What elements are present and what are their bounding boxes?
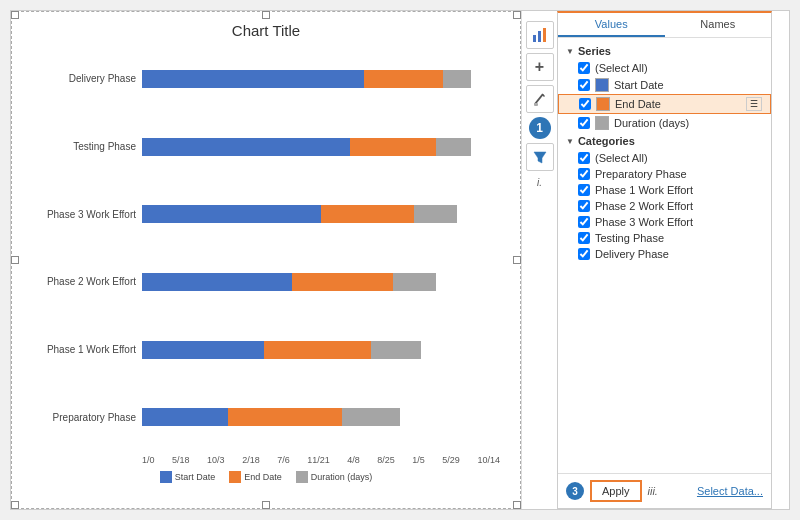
svg-rect-5 (534, 103, 538, 106)
x-axis-label: 4/8 (347, 455, 360, 465)
category-checkbox[interactable] (578, 232, 590, 244)
category-filter-item[interactable]: Phase 3 Work Effort (558, 214, 771, 230)
bar-segment-orange (228, 408, 343, 426)
categories-section-header: ▼ Categories (558, 132, 771, 150)
legend-item: End Date (229, 471, 282, 483)
category-checkbox[interactable] (578, 200, 590, 212)
bar-row: Phase 1 Work Effort (32, 316, 500, 384)
filter-panel: Values Names ▼ Series (Select All)Start … (557, 11, 772, 509)
x-axis-label: 1/0 (142, 455, 155, 465)
filter-icon-btn[interactable] (526, 143, 554, 171)
bar-track (142, 138, 500, 156)
series-checkbox[interactable] (579, 98, 591, 110)
corner-handle-ml[interactable] (11, 256, 19, 264)
corner-handle-bm[interactable] (262, 501, 270, 509)
bar-segment-blue (142, 341, 264, 359)
legend-swatch (160, 471, 172, 483)
filter-tabs: Values Names (558, 13, 771, 38)
chart-content: Delivery PhaseTesting PhasePhase 3 Work … (22, 45, 510, 451)
category-filter-item[interactable]: (Select All) (558, 150, 771, 166)
bar-label: Preparatory Phase (32, 412, 142, 423)
plus-icon-btn[interactable]: + (526, 53, 554, 81)
bar-segment-blue (142, 205, 321, 223)
select-data-link[interactable]: Select Data... (697, 485, 763, 497)
category-item-label: Phase 1 Work Effort (595, 184, 693, 196)
bar-track (142, 70, 500, 88)
apply-button[interactable]: Apply (590, 480, 642, 502)
categories-label: Categories (578, 135, 635, 147)
svg-rect-0 (533, 35, 536, 42)
series-filter-item[interactable]: Start Date (558, 76, 771, 94)
x-axis-label: 5/18 (172, 455, 190, 465)
svg-rect-2 (543, 28, 546, 42)
bar-track (142, 408, 500, 426)
chart-icon (532, 27, 548, 43)
category-item-label: Testing Phase (595, 232, 664, 244)
corner-handle-br[interactable] (513, 501, 521, 509)
chart-legend: Start DateEnd DateDuration (days) (22, 471, 510, 483)
brush-icon-btn[interactable] (526, 85, 554, 113)
category-item-label: Phase 3 Work Effort (595, 216, 693, 228)
bar-label: Phase 2 Work Effort (32, 276, 142, 287)
corner-handle-bl[interactable] (11, 501, 19, 509)
series-checkbox[interactable] (578, 79, 590, 91)
series-filter-item[interactable]: (Select All) (558, 60, 771, 76)
bar-label: Phase 1 Work Effort (32, 344, 142, 355)
category-item-label: Preparatory Phase (595, 168, 687, 180)
filter-body: ▼ Series (Select All)Start DateEnd Date☰… (558, 38, 771, 473)
badge-1[interactable]: 1 (529, 117, 551, 139)
category-filter-item[interactable]: Preparatory Phase (558, 166, 771, 182)
corner-handle-tl[interactable] (11, 11, 19, 19)
edit-icon[interactable]: ☰ (746, 97, 762, 111)
category-filter-item[interactable]: Testing Phase (558, 230, 771, 246)
category-filter-item[interactable]: Phase 2 Work Effort (558, 198, 771, 214)
tab-names[interactable]: Names (665, 13, 772, 37)
series-checkbox[interactable] (578, 62, 590, 74)
series-label: Series (578, 45, 611, 57)
category-checkbox[interactable] (578, 152, 590, 164)
bar-segment-blue (142, 138, 350, 156)
series-filter-item[interactable]: End Date☰ (558, 94, 771, 114)
series-filter-item[interactable]: Duration (days) (558, 114, 771, 132)
bar-segment-gray (414, 205, 457, 223)
series-item-label: Duration (days) (614, 117, 689, 129)
category-checkbox[interactable] (578, 168, 590, 180)
bar-track (142, 341, 500, 359)
corner-handle-tr[interactable] (513, 11, 521, 19)
bar-segment-orange (350, 138, 436, 156)
category-filter-item[interactable]: Phase 1 Work Effort (558, 182, 771, 198)
category-item-label: (Select All) (595, 152, 648, 164)
series-item-label: (Select All) (595, 62, 648, 74)
corner-handle-tm[interactable] (262, 11, 270, 19)
series-checkbox[interactable] (578, 117, 590, 129)
chart-icon-btn[interactable] (526, 21, 554, 49)
triangle-icon-2: ▼ (566, 137, 574, 146)
plus-icon: + (535, 58, 544, 76)
category-checkbox[interactable] (578, 184, 590, 196)
filter-icon (533, 150, 547, 164)
badge-3: 3 (566, 482, 584, 500)
legend-item: Duration (days) (296, 471, 373, 483)
series-color-icon (596, 97, 610, 111)
svg-marker-6 (534, 152, 546, 163)
x-axis-label: 7/6 (277, 455, 290, 465)
series-item-label: Start Date (614, 79, 664, 91)
series-color-icon (595, 78, 609, 92)
category-item-label: Phase 2 Work Effort (595, 200, 693, 212)
bar-segment-orange (364, 70, 443, 88)
category-checkbox[interactable] (578, 216, 590, 228)
x-axis-label: 1/5 (412, 455, 425, 465)
category-checkbox[interactable] (578, 248, 590, 260)
bar-row: Phase 3 Work Effort (32, 180, 500, 248)
legend-item: Start Date (160, 471, 216, 483)
icon-panel: + 1 i. (521, 11, 557, 509)
legend-swatch (296, 471, 308, 483)
tab-values[interactable]: Values (558, 13, 665, 37)
bar-segment-gray (371, 341, 421, 359)
bar-row: Phase 2 Work Effort (32, 248, 500, 316)
corner-handle-mr[interactable] (513, 256, 521, 264)
chart-area: Chart Title Delivery PhaseTesting PhaseP… (11, 11, 521, 509)
bar-segment-blue (142, 70, 364, 88)
brush-icon (533, 92, 547, 106)
category-filter-item[interactable]: Delivery Phase (558, 246, 771, 262)
